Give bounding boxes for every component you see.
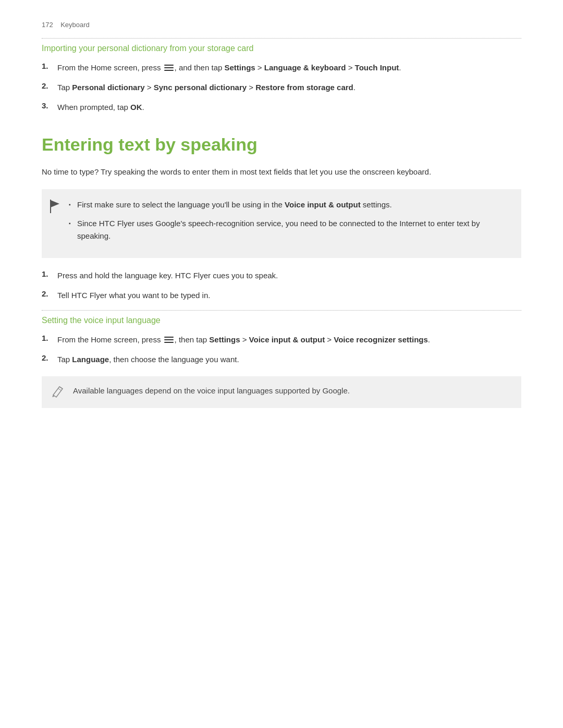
speaking-step-2-content: Tell HTC Flyer what you want to be typed…	[57, 289, 521, 302]
settings-label-1: Settings	[225, 63, 255, 72]
voice-input-output-label: Voice input & output	[285, 200, 361, 209]
info-box-content: First make sure to select the language y…	[69, 199, 511, 249]
restore-storage-label: Restore from storage card	[255, 83, 353, 92]
settings-label-2: Settings	[209, 335, 240, 344]
speaking-step-number-1: 1.	[42, 269, 57, 282]
voice-input-output-label-2: Voice input & output	[249, 335, 325, 344]
step-3-content: When prompted, tap OK.	[57, 101, 521, 114]
voice-lang-step-number-2: 2.	[42, 353, 57, 366]
svg-line-2	[58, 388, 61, 390]
sync-personal-dictionary-label: Sync personal dictionary	[154, 83, 247, 92]
voice-language-divider	[42, 310, 521, 311]
chapter-title: Entering text by speaking	[42, 134, 521, 155]
page-number: 172	[42, 21, 53, 29]
importing-step-3: 3. When prompted, tap OK.	[42, 101, 521, 114]
info-bullets: First make sure to select the language y…	[69, 199, 511, 242]
menu-icon-1	[164, 65, 174, 72]
speaking-step-1-content: Press and hold the language key. HTC Fly…	[57, 269, 521, 282]
flag-icon	[49, 200, 62, 216]
intro-text: No time to type? Try speaking the words …	[42, 165, 521, 179]
page-header: 172 Keyboard	[42, 21, 521, 29]
menu-icon-2	[164, 337, 174, 344]
importing-steps-list: 1. From the Home screen, press , and the…	[42, 61, 521, 114]
speaking-step-number-2: 2.	[42, 289, 57, 302]
svg-marker-1	[51, 200, 59, 207]
voice-lang-step-1-content: From the Home screen, press , then tap S…	[57, 334, 521, 346]
importing-step-1: 1. From the Home screen, press , and the…	[42, 61, 521, 74]
chapter-label: Keyboard	[60, 21, 90, 29]
info-bullet-2: Since HTC Flyer uses Google's speech-rec…	[69, 217, 511, 242]
step-number-1: 1.	[42, 61, 57, 74]
voice-language-title: Setting the voice input language	[42, 316, 521, 325]
voice-recognizer-label: Voice recognizer settings	[334, 335, 428, 344]
importing-section-title: Importing your personal dictionary from …	[42, 44, 521, 53]
language-keyboard-label: Language & keyboard	[264, 63, 346, 72]
step-1-content: From the Home screen, press , and then t…	[57, 61, 521, 74]
voice-lang-step-2-content: Tap Language, then choose the language y…	[57, 353, 521, 366]
voice-lang-step-2: 2. Tap Language, then choose the languag…	[42, 353, 521, 366]
pencil-icon	[51, 385, 66, 400]
importing-step-2: 2. Tap Personal dictionary > Sync person…	[42, 81, 521, 94]
step-2-content: Tap Personal dictionary > Sync personal …	[57, 81, 521, 94]
info-box: First make sure to select the language y…	[42, 189, 521, 258]
language-label: Language	[72, 355, 109, 364]
top-divider	[42, 38, 521, 39]
step-number-3: 3.	[42, 101, 57, 114]
info-bullet-1: First make sure to select the language y…	[69, 199, 511, 211]
touch-input-label: Touch Input	[355, 63, 399, 72]
voice-lang-step-1: 1. From the Home screen, press , then ta…	[42, 334, 521, 346]
speaking-step-1: 1. Press and hold the language key. HTC …	[42, 269, 521, 282]
personal-dictionary-label: Personal dictionary	[72, 83, 144, 92]
speaking-step-2: 2. Tell HTC Flyer what you want to be ty…	[42, 289, 521, 302]
speaking-steps-list: 1. Press and hold the language key. HTC …	[42, 269, 521, 302]
step-number-2: 2.	[42, 81, 57, 94]
note-text: Available languages depend on the voice …	[73, 385, 350, 397]
voice-language-steps: 1. From the Home screen, press , then ta…	[42, 334, 521, 366]
note-box: Available languages depend on the voice …	[42, 376, 521, 408]
voice-lang-step-number-1: 1.	[42, 334, 57, 346]
ok-label: OK	[130, 103, 142, 112]
